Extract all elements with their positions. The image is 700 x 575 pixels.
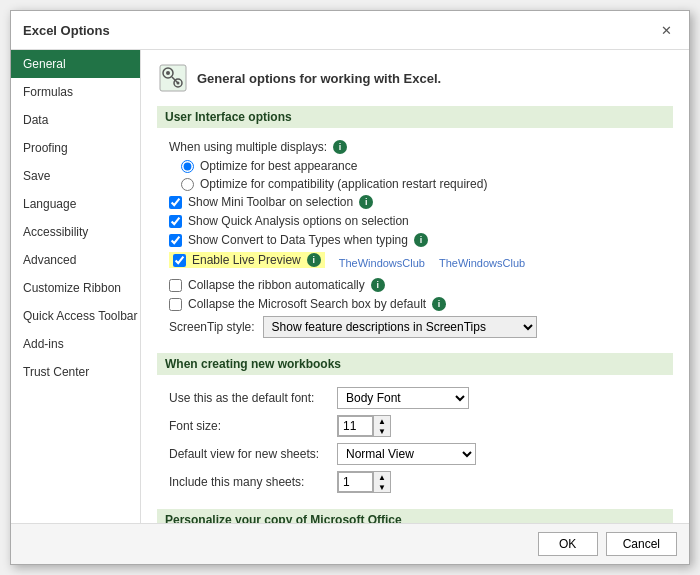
sheets-count-label: Include this many sheets: xyxy=(169,475,329,489)
title-bar-buttons: ✕ xyxy=(655,19,677,41)
collapse-search-checkbox[interactable] xyxy=(169,298,182,311)
font-size-row: Font size: ▲ ▼ xyxy=(169,415,673,437)
font-select[interactable]: Body Font Calibri Arial Times New Roman xyxy=(337,387,469,409)
title-bar: Excel Options ✕ xyxy=(11,11,689,50)
quick-analysis-row: Show Quick Analysis options on selection xyxy=(169,214,673,228)
watermark-text: TheWindowsClub xyxy=(339,257,433,269)
ok-button[interactable]: OK xyxy=(538,532,598,556)
screentip-label: ScreenTip style: xyxy=(169,320,255,334)
sheets-count-down-btn[interactable]: ▼ xyxy=(374,482,390,492)
default-view-label: Default view for new sheets: xyxy=(169,447,329,461)
live-preview-info-icon[interactable]: i xyxy=(307,253,321,267)
cancel-button[interactable]: Cancel xyxy=(606,532,677,556)
convert-data-info-icon[interactable]: i xyxy=(414,233,428,247)
multiple-displays-info-icon[interactable]: i xyxy=(333,140,347,154)
radio-best-appearance[interactable] xyxy=(181,160,194,173)
radio-compatibility-label: Optimize for compatibility (application … xyxy=(200,177,487,191)
sheets-count-spinner: ▲ ▼ xyxy=(337,471,391,493)
ui-options-header: User Interface options xyxy=(157,106,673,128)
screentip-row: ScreenTip style: Show feature descriptio… xyxy=(169,316,673,338)
sidebar-item-accessibility[interactable]: Accessibility xyxy=(11,218,140,246)
sidebar-item-customize-ribbon[interactable]: Customize Ribbon xyxy=(11,274,140,302)
mini-toolbar-checkbox[interactable] xyxy=(169,196,182,209)
multiple-displays-label: When using multiple displays: xyxy=(169,140,327,154)
radio-best-appearance-label: Optimize for best appearance xyxy=(200,159,357,173)
collapse-ribbon-row: Collapse the ribbon automatically i xyxy=(169,278,673,292)
mini-toolbar-row: Show Mini Toolbar on selection i xyxy=(169,195,673,209)
sheets-count-input[interactable] xyxy=(338,472,373,492)
sidebar-item-data[interactable]: Data xyxy=(11,106,140,134)
default-view-row: Default view for new sheets: Normal View… xyxy=(169,443,673,465)
ui-options-group: When using multiple displays: i Optimize… xyxy=(157,136,673,347)
collapse-search-info-icon[interactable]: i xyxy=(432,297,446,311)
dialog-body: General Formulas Data Proofing Save Lang… xyxy=(11,50,689,523)
screentip-select[interactable]: Show feature descriptions in ScreenTips … xyxy=(263,316,537,338)
default-view-select[interactable]: Normal View Page Break Preview Page Layo… xyxy=(337,443,476,465)
collapse-search-row: Collapse the Microsoft Search box by def… xyxy=(169,297,673,311)
watermark-label: TheWindowsClub xyxy=(439,257,525,269)
font-size-down-btn[interactable]: ▼ xyxy=(374,426,390,436)
sidebar-item-trust-center[interactable]: Trust Center xyxy=(11,358,140,386)
live-preview-checkbox[interactable] xyxy=(173,254,186,267)
personalize-header: Personalize your copy of Microsoft Offic… xyxy=(157,509,673,523)
collapse-ribbon-label: Collapse the ribbon automatically xyxy=(188,278,365,292)
dialog-title: Excel Options xyxy=(23,23,110,38)
radio-best-appearance-row: Optimize for best appearance xyxy=(181,159,673,173)
sidebar-item-formulas[interactable]: Formulas xyxy=(11,78,140,106)
font-size-input[interactable] xyxy=(338,416,373,436)
font-size-spinner-btns: ▲ ▼ xyxy=(373,416,390,436)
main-content: General options for working with Excel. … xyxy=(141,50,689,523)
sidebar-item-advanced[interactable]: Advanced xyxy=(11,246,140,274)
sidebar-item-add-ins[interactable]: Add-ins xyxy=(11,330,140,358)
svg-point-5 xyxy=(177,82,180,85)
new-workbooks-header: When creating new workbooks xyxy=(157,353,673,375)
mini-toolbar-label: Show Mini Toolbar on selection xyxy=(188,195,353,209)
live-preview-highlight: Enable Live Preview i xyxy=(169,252,325,268)
sidebar-item-general[interactable]: General xyxy=(11,50,140,78)
mini-toolbar-info-icon[interactable]: i xyxy=(359,195,373,209)
live-preview-label: Enable Live Preview xyxy=(192,253,301,267)
main-title-text: General options for working with Excel. xyxy=(197,71,441,86)
sheets-count-spinner-btns: ▲ ▼ xyxy=(373,472,390,492)
convert-data-checkbox[interactable] xyxy=(169,234,182,247)
sidebar-item-save[interactable]: Save xyxy=(11,162,140,190)
dialog-footer: OK Cancel xyxy=(11,523,689,564)
sidebar-item-language[interactable]: Language xyxy=(11,190,140,218)
new-workbooks-group: Use this as the default font: Body Font … xyxy=(157,383,673,503)
quick-analysis-label: Show Quick Analysis options on selection xyxy=(188,214,409,228)
sheets-count-up-btn[interactable]: ▲ xyxy=(374,472,390,482)
main-title-area: General options for working with Excel. xyxy=(157,62,673,94)
convert-data-row: Show Convert to Data Types when typing i xyxy=(169,233,673,247)
font-size-up-btn[interactable]: ▲ xyxy=(374,416,390,426)
collapse-ribbon-checkbox[interactable] xyxy=(169,279,182,292)
font-label: Use this as the default font: xyxy=(169,391,329,405)
multiple-displays-row: When using multiple displays: i xyxy=(169,140,673,154)
quick-analysis-checkbox[interactable] xyxy=(169,215,182,228)
sidebar-item-quick-access[interactable]: Quick Access Toolbar xyxy=(11,302,140,330)
font-size-spinner: ▲ ▼ xyxy=(337,415,391,437)
sheets-count-row: Include this many sheets: ▲ ▼ xyxy=(169,471,673,493)
collapse-search-label: Collapse the Microsoft Search box by def… xyxy=(188,297,426,311)
radio-compatibility-row: Optimize for compatibility (application … xyxy=(181,177,673,191)
font-row: Use this as the default font: Body Font … xyxy=(169,387,673,409)
svg-point-2 xyxy=(166,71,170,75)
sidebar-item-proofing[interactable]: Proofing xyxy=(11,134,140,162)
sidebar: General Formulas Data Proofing Save Lang… xyxy=(11,50,141,523)
live-preview-row: Enable Live Preview i TheWindowsClub The… xyxy=(169,252,673,273)
excel-options-dialog: Excel Options ✕ General Formulas Data Pr… xyxy=(10,10,690,565)
convert-data-label: Show Convert to Data Types when typing xyxy=(188,233,408,247)
font-size-label: Font size: xyxy=(169,419,329,433)
collapse-ribbon-info-icon[interactable]: i xyxy=(371,278,385,292)
close-button[interactable]: ✕ xyxy=(655,19,677,41)
excel-options-icon xyxy=(157,62,189,94)
radio-compatibility[interactable] xyxy=(181,178,194,191)
